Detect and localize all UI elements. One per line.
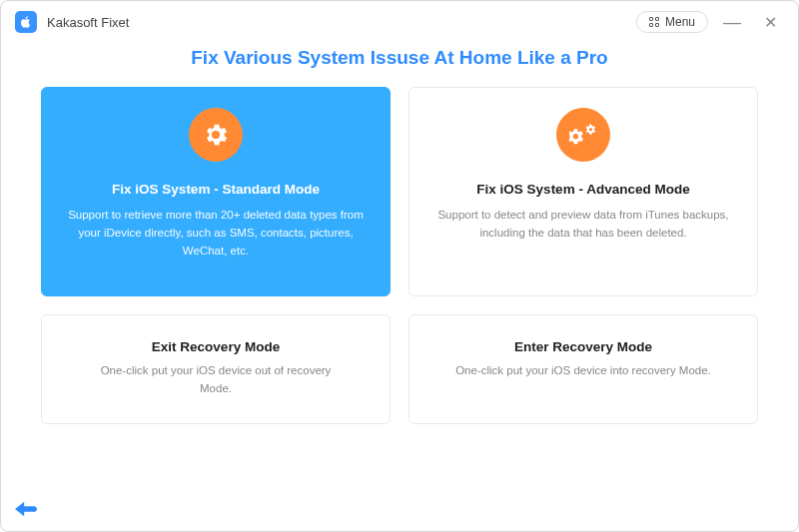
menu-button[interactable]: Menu bbox=[636, 11, 708, 33]
card-title: Fix iOS System - Standard Mode bbox=[112, 182, 320, 197]
card-standard-mode[interactable]: Fix iOS System - Standard Mode Support t… bbox=[41, 87, 391, 296]
app-logo bbox=[15, 11, 37, 33]
minimize-button[interactable]: — bbox=[718, 12, 746, 33]
titlebar: Kakasoft Fixet Menu — ✕ bbox=[1, 1, 798, 43]
arrow-left-icon bbox=[15, 501, 37, 517]
apple-icon bbox=[19, 15, 33, 29]
card-desc: Support to retrieve more than 20+ delete… bbox=[64, 207, 368, 260]
gear-icon bbox=[189, 108, 243, 162]
menu-grid-icon bbox=[649, 17, 659, 27]
card-title: Fix iOS System - Advanced Mode bbox=[476, 182, 689, 197]
app-name: Kakasoft Fixet bbox=[47, 15, 129, 30]
page-title: Fix Various System Issuse At Home Like a… bbox=[1, 47, 798, 69]
menu-label: Menu bbox=[665, 15, 695, 29]
card-title: Exit Recovery Mode bbox=[152, 339, 280, 354]
options-grid: Fix iOS System - Standard Mode Support t… bbox=[1, 87, 798, 424]
card-enter-recovery[interactable]: Enter Recovery Mode One-click put your i… bbox=[408, 314, 758, 424]
gears-icon bbox=[556, 108, 610, 162]
card-advanced-mode[interactable]: Fix iOS System - Advanced Mode Support t… bbox=[408, 87, 758, 296]
back-button[interactable] bbox=[15, 501, 37, 521]
card-desc: One-click put your iOS device into recov… bbox=[455, 362, 711, 380]
close-button[interactable]: ✕ bbox=[756, 13, 784, 32]
card-title: Enter Recovery Mode bbox=[514, 339, 652, 354]
card-desc: Support to detect and preview data from … bbox=[431, 207, 735, 243]
card-desc: One-click put your iOS device out of rec… bbox=[86, 362, 346, 398]
card-exit-recovery[interactable]: Exit Recovery Mode One-click put your iO… bbox=[41, 314, 391, 424]
